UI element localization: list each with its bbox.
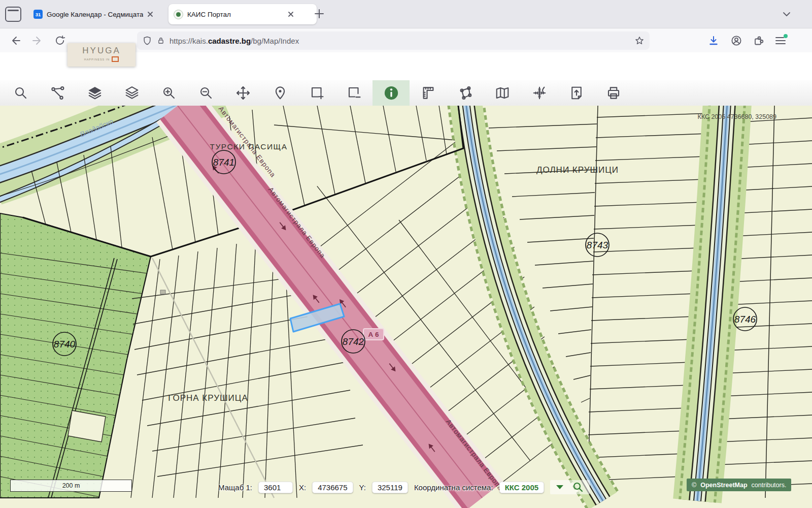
tab-google-calendar[interactable]: 31 Google Календар - Седмицата [28, 4, 173, 24]
svg-text:8740: 8740 [54, 339, 76, 350]
menu-notification-dot [784, 34, 788, 38]
map-toolbar [0, 80, 812, 106]
url-bar[interactable]: https://kais.cadastre.bg/bg/Map/Index [137, 31, 650, 50]
crs-coordinate-readout: ККС 2005 4736680, 325089 [697, 113, 776, 120]
print-icon [606, 85, 621, 101]
tool-map-sheets-button[interactable] [484, 80, 521, 106]
tool-print-button[interactable] [595, 80, 632, 106]
promo-logo [112, 56, 119, 62]
tool-box-zoom-out-button[interactable] [335, 80, 373, 106]
pan-icon [235, 85, 251, 101]
tool-layers-base-button[interactable] [76, 80, 113, 106]
x-label: X: [299, 483, 306, 492]
building-symbol [160, 290, 165, 294]
menu-icon[interactable] [775, 36, 786, 45]
tool-search-button[interactable] [2, 80, 39, 106]
map-search-icon[interactable] [572, 482, 584, 493]
layers-base-icon [87, 85, 103, 101]
tool-coordinates-button[interactable] [521, 80, 558, 106]
svg-text:8746: 8746 [734, 314, 756, 325]
search-icon [13, 85, 28, 101]
box-zoom-out-icon [347, 85, 362, 101]
svg-text:8741: 8741 [213, 157, 234, 168]
highway-badge: А 6 [363, 329, 384, 340]
crs-dropdown-icon[interactable] [556, 485, 563, 489]
tool-info-button[interactable] [373, 80, 410, 106]
bookmark-star-icon[interactable] [634, 36, 645, 46]
svg-text:А 6: А 6 [368, 331, 379, 338]
back-icon[interactable] [9, 35, 21, 47]
y-label: Y: [359, 483, 366, 492]
map-sheets-icon [495, 85, 510, 101]
tool-layers-button[interactable] [113, 80, 150, 106]
tool-zoom-out-button[interactable] [187, 80, 224, 106]
promo-overlay: HYUGA HAPPINESS IN [67, 43, 136, 67]
measure-area-icon [458, 85, 473, 101]
downloads-icon[interactable] [707, 35, 720, 47]
tool-zoom-in-button[interactable] [150, 80, 187, 106]
promo-tagline: HAPPINESS IN [84, 58, 110, 61]
tab-overview-icon[interactable] [5, 7, 21, 22]
close-icon[interactable] [147, 11, 153, 17]
browser-tab-bar: 31 Google Календар - Седмицата КАИС Порт… [0, 0, 812, 28]
scale-value[interactable]: 3601 [258, 482, 293, 493]
y-value: 325119 [372, 482, 408, 493]
copyright-icon: © [692, 482, 696, 489]
locality-dolni-krushitsi: ДОЛНИ КРУШИЦИ [536, 165, 619, 175]
map-status-bar: Мащаб 1: 3601 X: 4736675 Y: 325119 Коорд… [218, 480, 590, 494]
attribution-suffix: contributors. [752, 482, 787, 489]
tool-pan-button[interactable] [224, 80, 261, 106]
promo-brand: HYUGA [67, 46, 136, 56]
osm-attribution: © OpenStreetMap contributors. [687, 479, 791, 491]
export-icon [569, 85, 584, 101]
tool-measure-area-button[interactable] [447, 80, 484, 106]
extensions-icon[interactable] [753, 35, 765, 47]
layers-icon [124, 85, 140, 101]
location-pin-icon [273, 85, 288, 101]
account-icon[interactable] [730, 35, 742, 47]
tab-kais-portal[interactable]: КАИС Портал [168, 4, 317, 24]
select-features-icon [50, 85, 65, 101]
tabs-dropdown-icon[interactable] [782, 9, 792, 19]
cadastral-map: Автомагистрала Европа Автомагистрала Евр… [0, 106, 812, 508]
svg-text:8743: 8743 [587, 240, 608, 250]
google-calendar-favicon: 31 [33, 10, 43, 19]
lock-icon[interactable] [156, 36, 165, 45]
crs-label: Координатна система: [414, 483, 493, 492]
locality-turski-pasishta: ТУРСКИ ПАСИЩА [210, 142, 288, 151]
scale-bar-label: 200 m [62, 482, 80, 489]
scale-label: Мащаб 1: [218, 483, 252, 492]
tool-locate-button[interactable] [261, 80, 298, 106]
ruler-icon [421, 85, 436, 101]
tab-label: Google Календар - Седмицата [47, 11, 143, 18]
coordinates-icon [532, 85, 547, 101]
tool-export-button[interactable] [558, 80, 595, 106]
tracking-shield-icon[interactable] [142, 36, 152, 46]
info-icon [384, 85, 399, 101]
box-zoom-in-icon [310, 85, 325, 101]
kais-favicon [174, 10, 183, 19]
svg-text:8742: 8742 [343, 336, 364, 347]
stream-corridor-far-east [697, 106, 727, 501]
new-tab-icon[interactable] [314, 8, 325, 19]
url-text: https://kais.cadastre.bg/bg/Map/Index [170, 37, 299, 45]
tab-label: КАИС Портал [187, 11, 284, 18]
close-icon[interactable] [288, 11, 294, 17]
zoom-in-icon [161, 85, 177, 101]
reload-icon[interactable] [54, 35, 66, 47]
x-value: 4736675 [312, 482, 353, 493]
tool-box-zoom-in-button[interactable] [298, 80, 335, 106]
forward-icon[interactable] [31, 35, 44, 47]
map-canvas[interactable]: Автомагистрала Европа Автомагистрала Евр… [0, 106, 812, 508]
attribution-name[interactable]: OpenStreetMap [700, 482, 747, 489]
tool-select-features-button[interactable] [39, 80, 76, 106]
zoom-out-icon [198, 85, 214, 101]
tool-measure-length-button[interactable] [410, 80, 447, 106]
locality-gorna-krushitsa: ГОРНА КРУШИЦА [168, 393, 248, 403]
crs-selector[interactable]: ККС 2005 [499, 482, 544, 493]
scale-bar: 200 m [10, 480, 132, 492]
